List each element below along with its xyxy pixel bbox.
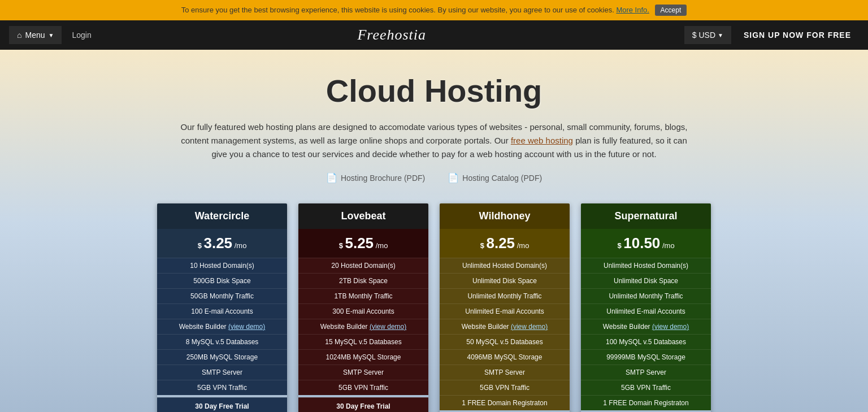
plan-feature: Website Builder (view demo) [157, 319, 287, 334]
plan-price-period: /mo [662, 241, 675, 250]
plan-feature: 250MB MySQL Storage [157, 349, 287, 365]
plan-feature: 1024MB MySQL Storage [298, 349, 428, 365]
plan-feature: 1TB Monthly Traffic [298, 288, 428, 303]
plan-card-watercircle: Watercircle $ 3.25 /mo 10 Hosted Domain(… [157, 203, 287, 412]
hosting-brochure-link[interactable]: 📄 Hosting Brochure (PDF) [326, 172, 425, 183]
plan-card-wildhoney: Wildhoney $ 8.25 /mo Unlimited Hosted Do… [440, 203, 570, 412]
plan-feature: Unlimited E-mail Accounts [581, 303, 711, 319]
page-description: Our fully featured web hosting plans are… [180, 120, 688, 161]
plan-feature: Unlimited Monthly Traffic [440, 288, 570, 303]
navigation: ⌂ Menu ▼ Login Freehostia $ USD ▼ SIGN U… [0, 20, 868, 50]
plan-price-amount: 3.25 [203, 235, 232, 251]
currency-selector[interactable]: $ USD ▼ [684, 26, 731, 44]
pdf2-label: Hosting Catalog (PDF) [462, 174, 542, 183]
plan-feature: Unlimited Monthly Traffic [581, 288, 711, 303]
view-demo-link[interactable]: (view demo) [652, 323, 689, 331]
plan-feature: SMTP Server [298, 365, 428, 380]
plan-feature: 15 MySQL v.5 Databases [298, 334, 428, 349]
pdf1-label: Hosting Brochure (PDF) [341, 174, 425, 183]
pdf-links: 📄 Hosting Brochure (PDF) 📄 Hosting Catal… [11, 172, 857, 183]
plan-feature: 300 E-mail Accounts [298, 303, 428, 319]
pdf-icon: 📄 [448, 172, 459, 183]
cookie-bar: To ensure you get the best browsing expe… [0, 0, 868, 20]
plan-feature: 500GB Disk Space [157, 273, 287, 288]
plan-price: $ 5.25 /mo [298, 229, 428, 258]
plan-feature: SMTP Server [440, 365, 570, 380]
plan-feature: 5GB VPN Traffic [157, 380, 287, 395]
cookie-more-info[interactable]: More Info. [616, 6, 649, 14]
plan-name: Lovebeat [298, 203, 428, 229]
hosting-catalog-link[interactable]: 📄 Hosting Catalog (PDF) [448, 172, 542, 183]
plan-feature: 1 FREE Domain Registraton [440, 395, 570, 410]
menu-label: Menu [25, 31, 45, 40]
plan-name: Supernatural [581, 203, 711, 229]
nav-center: Freehostia [99, 27, 684, 44]
plan-feature: Unlimited E-mail Accounts [440, 303, 570, 319]
hero-section: Cloud Hosting Our fully featured web hos… [0, 50, 868, 412]
plan-card-lovebeat: Lovebeat $ 5.25 /mo 20 Hosted Domain(s)2… [298, 203, 428, 412]
view-demo-link[interactable]: (view demo) [370, 323, 406, 331]
plan-feature: 8 MySQL v.5 Databases [157, 334, 287, 349]
plan-feature: Unlimited Disk Space [440, 273, 570, 288]
plan-feature: 5GB VPN Traffic [581, 380, 711, 395]
free-hosting-link[interactable]: free web hosting [511, 136, 573, 145]
plan-feature: Website Builder (view demo) [298, 319, 428, 334]
plan-price-amount: 8.25 [486, 235, 515, 251]
plan-feature: 100 MySQL v.5 Databases [581, 334, 711, 349]
home-icon: ⌂ [17, 31, 21, 40]
plan-feature: 5GB VPN Traffic [440, 380, 570, 395]
plan-name: Wildhoney [440, 203, 570, 229]
chevron-down-icon: ▼ [718, 32, 723, 38]
plan-trial: 30 Day Free Trial [157, 397, 287, 412]
plan-feature: 10 Hosted Domain(s) [157, 258, 287, 273]
plan-price-period: /mo [235, 241, 247, 250]
plans-grid: Watercircle $ 3.25 /mo 10 Hosted Domain(… [95, 203, 773, 412]
site-logo: Freehostia [357, 27, 426, 43]
signup-button[interactable]: SIGN UP NOW FOR FREE [736, 26, 859, 44]
currency-label: $ USD [692, 31, 715, 40]
nav-right: $ USD ▼ SIGN UP NOW FOR FREE [684, 26, 859, 44]
plan-trial: 30 Day Free Trial [298, 397, 428, 412]
plan-feature: Unlimited Hosted Domain(s) [440, 258, 570, 273]
page-title: Cloud Hosting [11, 72, 857, 109]
cookie-accept-button[interactable]: Accept [655, 5, 687, 16]
plan-feature: Unlimited Disk Space [581, 273, 711, 288]
plan-feature: 100 E-mail Accounts [157, 303, 287, 319]
plan-name: Watercircle [157, 203, 287, 229]
plan-feature: 20 Hosted Domain(s) [298, 258, 428, 273]
plan-feature: 50GB Monthly Traffic [157, 288, 287, 303]
view-demo-link[interactable]: (view demo) [228, 323, 265, 331]
plan-card-supernatural: Supernatural $ 10.50 /mo Unlimited Hoste… [581, 203, 711, 412]
plan-price: $ 8.25 /mo [440, 229, 570, 258]
plan-price: $ 3.25 /mo [157, 229, 287, 258]
chevron-down-icon: ▼ [49, 32, 54, 38]
plan-feature: SMTP Server [157, 365, 287, 380]
pdf-icon: 📄 [326, 172, 337, 183]
plan-feature: 2TB Disk Space [298, 273, 428, 288]
plan-feature: 99999MB MySQL Storage [581, 349, 711, 365]
plan-feature: 50 MySQL v.5 Databases [440, 334, 570, 349]
plan-price-amount: 5.25 [345, 235, 374, 251]
cookie-message: To ensure you get the best browsing expe… [181, 6, 614, 14]
plan-feature: Website Builder (view demo) [581, 319, 711, 334]
plan-price-period: /mo [517, 241, 530, 250]
plan-feature: 1 FREE Domain Registraton [581, 395, 711, 410]
plan-price: $ 10.50 /mo [581, 229, 711, 258]
plan-feature: Website Builder (view demo) [440, 319, 570, 334]
plan-price-amount: 10.50 [623, 235, 660, 251]
login-button[interactable]: Login [64, 26, 99, 44]
plan-feature: 5GB VPN Traffic [298, 380, 428, 395]
view-demo-link[interactable]: (view demo) [511, 323, 548, 331]
plan-feature: Unlimited Hosted Domain(s) [581, 258, 711, 273]
plan-feature: 4096MB MySQL Storage [440, 349, 570, 365]
menu-button[interactable]: ⌂ Menu ▼ [9, 26, 62, 44]
plan-feature: SMTP Server [581, 365, 711, 380]
plan-price-period: /mo [376, 241, 388, 250]
nav-left: ⌂ Menu ▼ Login [9, 26, 99, 44]
